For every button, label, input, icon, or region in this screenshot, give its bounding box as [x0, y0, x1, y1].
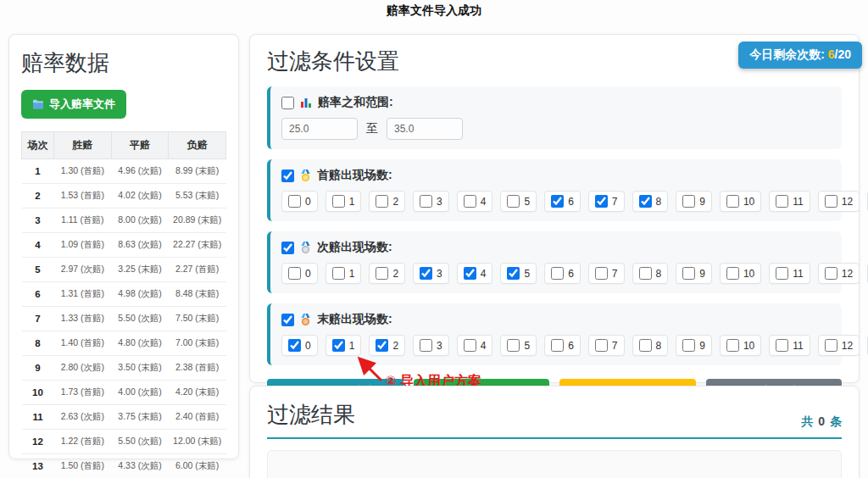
match-count-option[interactable]: 4 — [457, 191, 493, 212]
match-count-checkbox[interactable] — [551, 195, 564, 208]
match-count-checkbox[interactable] — [682, 195, 695, 208]
results-empty-area — [267, 450, 842, 478]
match-count-checkbox[interactable] — [332, 195, 345, 208]
match-count-option[interactable]: 5 — [500, 335, 537, 356]
quota-total: /20 — [835, 47, 851, 61]
first-odds-enable-checkbox[interactable] — [281, 170, 294, 182]
match-count-checkbox[interactable] — [776, 195, 788, 208]
match-count-checkbox[interactable] — [288, 339, 301, 352]
match-count-option[interactable]: 10 — [720, 335, 761, 356]
match-count-option[interactable]: 6 — [544, 263, 581, 284]
second-odds-enable-checkbox[interactable] — [281, 242, 294, 254]
match-count-option[interactable]: 10 — [720, 191, 761, 212]
match-count-option[interactable]: 8 — [632, 263, 669, 284]
table-cell: 1.22 (首赔) — [54, 430, 112, 454]
match-count-option[interactable]: 9 — [676, 335, 712, 356]
sum-range-enable-checkbox[interactable] — [281, 97, 294, 109]
match-count-option[interactable]: 6 — [544, 191, 581, 212]
match-count-option[interactable]: 5 — [500, 263, 537, 284]
match-count-option[interactable]: 7 — [588, 191, 625, 212]
match-count-checkbox[interactable] — [420, 339, 432, 352]
match-count-option[interactable]: 11 — [769, 191, 810, 212]
match-count-checkbox[interactable] — [420, 267, 432, 280]
match-count-option[interactable]: 3 — [413, 335, 449, 356]
sum-range-max-input[interactable] — [387, 118, 463, 140]
match-count-option[interactable]: 7 — [588, 335, 625, 356]
match-count-checkbox[interactable] — [376, 195, 388, 208]
match-count-option[interactable]: 9 — [676, 263, 712, 284]
match-count-checkbox[interactable] — [595, 339, 608, 352]
match-count-checkbox[interactable] — [776, 267, 788, 280]
match-count-option[interactable]: 6 — [544, 335, 581, 356]
match-count-option[interactable]: 8 — [632, 191, 669, 212]
match-count-option[interactable]: 9 — [676, 191, 712, 212]
match-count-option[interactable]: 2 — [369, 335, 405, 356]
match-count-option[interactable]: 3 — [413, 191, 449, 212]
match-count-option[interactable]: 2 — [369, 191, 405, 212]
match-count-checkbox[interactable] — [332, 267, 345, 280]
match-count-checkbox[interactable] — [464, 339, 476, 352]
match-count-checkbox[interactable] — [332, 339, 345, 352]
match-count-checkbox[interactable] — [464, 195, 476, 208]
match-count-option[interactable]: 0 — [281, 263, 318, 284]
match-count-checkbox[interactable] — [776, 339, 788, 352]
match-count-checkbox[interactable] — [595, 267, 608, 280]
match-count-checkbox[interactable] — [595, 195, 608, 208]
match-count-checkbox[interactable] — [726, 267, 739, 280]
match-count-option[interactable]: 7 — [588, 263, 625, 284]
last-odds-enable-checkbox[interactable] — [281, 314, 294, 326]
match-count-checkbox[interactable] — [288, 195, 301, 208]
option-label: 8 — [656, 340, 662, 352]
match-count-checkbox[interactable] — [507, 195, 520, 208]
match-count-option[interactable]: 2 — [369, 263, 405, 284]
sum-range-min-input[interactable] — [281, 118, 358, 140]
option-label: 10 — [743, 340, 754, 352]
match-count-option[interactable]: 12 — [818, 335, 860, 356]
match-count-checkbox[interactable] — [726, 195, 739, 208]
option-label: 8 — [656, 196, 662, 208]
match-count-option[interactable]: 0 — [281, 191, 318, 212]
table-cell: 1.40 (首赔) — [54, 331, 112, 356]
import-odds-file-button[interactable]: 导入赔率文件 — [21, 90, 126, 119]
match-count-option[interactable]: 1 — [326, 335, 362, 356]
match-count-checkbox[interactable] — [726, 339, 739, 352]
match-count-checkbox[interactable] — [682, 339, 695, 352]
match-count-checkbox[interactable] — [376, 339, 388, 352]
match-count-option[interactable]: 3 — [413, 263, 449, 284]
match-count-checkbox[interactable] — [551, 339, 564, 352]
match-count-checkbox[interactable] — [639, 195, 652, 208]
match-count-checkbox[interactable] — [464, 267, 476, 280]
page: 赔率文件导入成功 赔率数据 导入赔率文件 场次 胜赔 平赔 负赔 11.30 (… — [0, 0, 868, 478]
match-count-option[interactable]: 0 — [281, 335, 318, 356]
table-cell: 4.96 (次赔) — [111, 159, 169, 184]
match-count-checkbox[interactable] — [507, 339, 520, 352]
match-count-option[interactable]: 10 — [720, 263, 761, 284]
match-count-option[interactable]: 1 — [326, 263, 362, 284]
option-label: 5 — [524, 196, 530, 208]
table-cell: 1.30 (首赔) — [54, 159, 112, 184]
match-count-checkbox[interactable] — [682, 267, 695, 280]
match-count-option[interactable]: 5 — [500, 191, 537, 212]
match-count-checkbox[interactable] — [825, 267, 837, 280]
match-count-option[interactable]: 12 — [818, 263, 860, 284]
match-count-checkbox[interactable] — [420, 195, 432, 208]
match-count-option[interactable]: 11 — [769, 263, 810, 284]
match-count-option[interactable]: 11 — [769, 335, 810, 356]
match-count-option[interactable]: 4 — [457, 263, 493, 284]
match-count-checkbox[interactable] — [825, 195, 837, 208]
match-count-checkbox[interactable] — [376, 267, 388, 280]
match-count-option[interactable]: 12 — [818, 191, 860, 212]
match-count-option[interactable]: 4 — [457, 335, 493, 356]
match-count-checkbox[interactable] — [551, 267, 564, 280]
option-label: 2 — [392, 268, 398, 280]
table-row: 71.33 (首赔)5.50 (次赔)7.50 (末赔) — [22, 307, 226, 331]
match-count-option[interactable]: 1 — [326, 191, 362, 212]
match-count-option[interactable]: 8 — [632, 335, 669, 356]
match-count-checkbox[interactable] — [507, 267, 520, 280]
match-count-checkbox[interactable] — [639, 267, 652, 280]
first-odds-label: 首赔出现场数: — [317, 168, 392, 183]
table-cell: 3 — [22, 208, 54, 233]
match-count-checkbox[interactable] — [825, 339, 837, 352]
match-count-checkbox[interactable] — [288, 267, 301, 280]
match-count-checkbox[interactable] — [639, 339, 652, 352]
